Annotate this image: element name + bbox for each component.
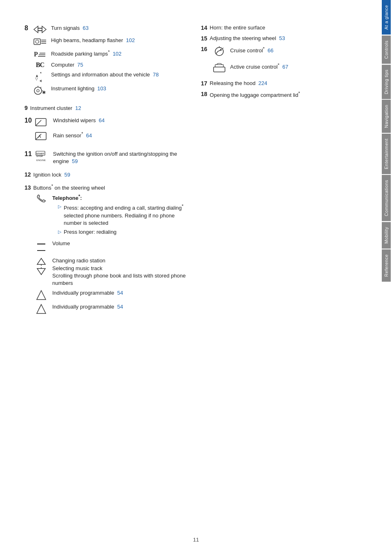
parking-lamps-icon: P [32, 49, 48, 59]
sidebar-tab-communications[interactable]: Communications [382, 175, 391, 221]
radio-music-row: Changing radio station Selecting music t… [33, 257, 189, 287]
prog2-link[interactable]: 54 [117, 304, 123, 310]
sub-item-press: ▷ Press: accepting and ending a call, st… [58, 203, 189, 227]
section-12: 12 Ignition lock 59 [24, 171, 189, 178]
instrument-lighting-icon: ✱ [32, 85, 48, 96]
turn-signals-text: Turn signals 63 [51, 25, 189, 32]
cruise-control-icon [212, 46, 227, 57]
section-11: 11 START STOP ENGINE Switching the ignit… [24, 150, 189, 165]
sidebar-tab-navigation[interactable]: Navigation [382, 100, 391, 133]
sidebar-tab-entertainment[interactable]: Entertainment [382, 134, 391, 174]
section-16: 16 [201, 46, 364, 76]
sidebar-tab-driving-tips[interactable]: Driving tips [382, 65, 391, 99]
sub-item-press-longer: ▷ Press longer: redialing [58, 228, 189, 236]
svg-marker-37 [37, 304, 46, 313]
settings-icon: ▲ ▽ [32, 71, 48, 83]
section-8: 8 Turn signals 63 [24, 25, 189, 99]
svg-rect-21 [36, 119, 46, 126]
radio-up-icon [33, 257, 49, 266]
sidebar: At a glance Controls Driving tips Naviga… [381, 0, 392, 555]
svg-text:▽: ▽ [35, 77, 38, 81]
section-12-link[interactable]: 59 [64, 172, 70, 178]
active-cruise-text: Active cruise control* 67 [230, 62, 288, 71]
section-num-9: 9 [24, 105, 28, 111]
section-15-link[interactable]: 53 [279, 35, 285, 41]
high-beams-row: High beams, headlamp flasher 102 [32, 37, 189, 47]
section-num-12: 12 [24, 171, 31, 178]
settings-link[interactable]: 78 [153, 72, 158, 78]
svg-line-22 [36, 120, 41, 126]
prog1-text: Individually programmable 54 [52, 289, 189, 297]
svg-point-3 [36, 40, 39, 43]
svg-marker-36 [37, 291, 46, 300]
svg-marker-34 [37, 269, 45, 275]
windshield-wipers-link[interactable]: 64 [99, 117, 105, 123]
high-beams-icon [32, 37, 48, 47]
computer-link[interactable]: 75 [77, 62, 83, 68]
section-15-text: Adjusting the steering wheel 53 [210, 35, 285, 41]
turn-signals-link[interactable]: 63 [82, 25, 88, 31]
section-17-link[interactable]: 224 [258, 80, 267, 86]
turn-signals-icon [32, 25, 48, 34]
section-num-17: 17 [201, 80, 207, 87]
prog2-text: Individually programmable 54 [52, 303, 189, 311]
section-13: 13 Buttons* on the steering wheel Teleph… [24, 184, 189, 315]
rain-sensor-icon: A [34, 131, 50, 142]
svg-point-15 [34, 87, 42, 94]
parking-lamps-text: Roadside parking lamps* 102 [51, 49, 189, 58]
section-num-16: 16 [201, 46, 207, 52]
computer-row: BC Computer 75 [32, 61, 189, 69]
section-11-link[interactable]: 59 [72, 158, 78, 164]
section-10: 10 Windshield wipers 64 [24, 117, 189, 145]
section-num-15: 15 [201, 35, 207, 42]
instrument-lighting-text: Instrument lighting 103 [51, 85, 189, 92]
svg-rect-43 [214, 67, 225, 72]
left-column: 8 Turn signals 63 [24, 25, 189, 539]
settings-row: ▲ ▽ Settings and information about the v… [32, 71, 189, 83]
instrument-lighting-link[interactable]: 103 [97, 85, 106, 92]
section-9-link[interactable]: 12 [75, 105, 81, 111]
cruise-control-link[interactable]: 66 [267, 47, 273, 54]
sidebar-tab-reference[interactable]: Reference [382, 249, 391, 282]
svg-text:ENGINE: ENGINE [36, 159, 46, 161]
section-num-8: 8 [24, 25, 28, 32]
section-num-14: 14 [201, 25, 207, 31]
svg-line-17 [40, 87, 41, 88]
section-14-text: Horn: the entire surface [210, 25, 265, 31]
start-stop-icon: START STOP ENGINE [35, 150, 51, 163]
section-14: 14 Horn: the entire surface [201, 25, 364, 31]
svg-rect-2 [34, 39, 40, 45]
sub-arrow-1: ▷ [58, 204, 61, 210]
prog2-row: Individually programmable 54 [33, 303, 189, 315]
cruise-control-row: Cruise control* 66 [212, 46, 288, 57]
sidebar-tab-at-a-glance[interactable]: At a glance [382, 0, 391, 35]
telephone-sublist: ▷ Press: accepting and ending a call, st… [58, 203, 189, 236]
instrument-lighting-row: ✱ Instrument lighting 103 [32, 85, 189, 96]
windshield-wipers-row: Windshield wipers 64 [34, 117, 189, 128]
radio-music-icons [33, 257, 49, 276]
rain-sensor-link[interactable]: 64 [86, 133, 92, 139]
svg-marker-32 [37, 258, 45, 264]
parking-lamps-link[interactable]: 102 [113, 51, 122, 57]
turn-signals-row: Turn signals 63 [32, 25, 189, 34]
settings-text: Settings and information about the vehic… [51, 71, 189, 78]
svg-line-38 [39, 304, 41, 309]
section-9-text: Instrument cluster 12 [30, 105, 81, 111]
active-cruise-link[interactable]: 67 [282, 64, 288, 70]
svg-text:STOP: STOP [36, 155, 43, 157]
svg-point-39 [215, 47, 223, 56]
section-9: 9 Instrument cluster 12 [24, 105, 189, 111]
computer-text: Computer 75 [51, 61, 189, 69]
prog1-link[interactable]: 54 [117, 290, 123, 296]
prog1-row: Individually programmable 54 [33, 289, 189, 301]
svg-marker-12 [40, 80, 41, 82]
sidebar-tab-mobility[interactable]: Mobility [382, 222, 391, 248]
parking-lamps-row: P Roadside parking lamps* 102 [32, 49, 189, 59]
sidebar-tab-controls[interactable]: Controls [382, 36, 391, 64]
svg-text:P: P [34, 51, 38, 58]
section-12-text: Ignition lock 59 [33, 172, 70, 178]
volume-row: Volume [33, 240, 189, 255]
section-15: 15 Adjusting the steering wheel 53 [201, 35, 364, 42]
high-beams-link[interactable]: 102 [126, 37, 135, 43]
prog2-icon [33, 303, 49, 315]
